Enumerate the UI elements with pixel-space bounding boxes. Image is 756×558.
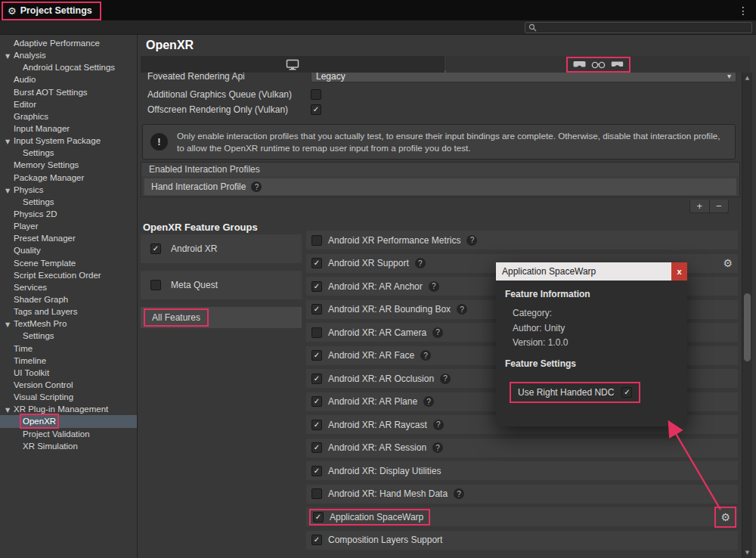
help-icon[interactable]: ? <box>420 350 431 361</box>
expander-icon[interactable]: ▼ <box>3 185 14 197</box>
help-icon[interactable]: ? <box>466 235 477 246</box>
sidebar-item-quality[interactable]: Quality <box>0 244 137 256</box>
checkbox[interactable]: ✓ <box>313 512 324 522</box>
sidebar-item-label: Preset Manager <box>14 234 76 243</box>
sidebar-item-player[interactable]: Player <box>0 220 137 232</box>
popup-close-button[interactable]: x <box>671 262 687 281</box>
xr-headset-icons <box>566 57 631 73</box>
sidebar-item-scene-template[interactable]: Scene Template <box>0 257 137 269</box>
sidebar-item-timeline[interactable]: Timeline <box>0 355 137 367</box>
sidebar-item-project-validation[interactable]: Project Validation <box>0 428 137 440</box>
sidebar-item-label: XR Simulation <box>23 442 78 451</box>
checkbox[interactable]: ✓ <box>311 374 322 384</box>
search-box[interactable] <box>525 22 752 33</box>
vertical-scrollbar[interactable]: ▲ ▼ <box>742 73 752 558</box>
checkbox[interactable]: ✓ <box>311 535 322 545</box>
checkbox[interactable] <box>311 327 322 338</box>
expander-icon[interactable]: ▼ <box>3 405 14 417</box>
sidebar-item-input-system-package[interactable]: ▼Input System Package <box>0 135 137 147</box>
tab-xr-devices-platform[interactable] <box>446 56 750 73</box>
checkbox[interactable] <box>150 280 161 290</box>
sidebar-item-openxr[interactable]: OpenXR <box>0 415 137 427</box>
help-icon[interactable]: ? <box>415 258 426 268</box>
gear-icon[interactable]: ⚙ <box>723 258 733 268</box>
sidebar-item-shader-graph[interactable]: Shader Graph <box>0 293 137 305</box>
help-icon[interactable]: ? <box>423 396 434 407</box>
help-icon[interactable]: ? <box>432 442 443 453</box>
sidebar-item-tags-and-layers[interactable]: Tags and Layers <box>0 305 137 318</box>
feature-groups-list: ✓Android XRMeta QuestAll Features <box>141 234 302 336</box>
checkbox[interactable]: ✓ <box>311 304 322 315</box>
checkbox[interactable]: ✓ <box>311 258 322 268</box>
sidebar-item-physics[interactable]: ▼Physics <box>0 184 137 196</box>
sidebar-item-label: Input Manager <box>14 124 70 133</box>
sidebar-item-input-manager[interactable]: Input Manager <box>0 122 137 135</box>
checkbox[interactable]: ✓ <box>311 281 322 292</box>
gear-icon[interactable]: ⚙ <box>714 507 736 528</box>
help-icon[interactable]: ? <box>433 420 444 430</box>
window-title-label: Project Settings <box>20 5 92 16</box>
expander-icon[interactable]: ▼ <box>3 136 14 148</box>
scroll-down-icon[interactable]: ▼ <box>742 550 752 556</box>
popup-header[interactable]: Application SpaceWarp x <box>496 262 687 281</box>
help-icon[interactable]: ? <box>440 374 451 384</box>
sidebar-item-label: Project Validation <box>23 429 90 439</box>
feature-label: Android XR: AR Bounding Box <box>328 304 451 315</box>
sidebar-item-xr-simulation[interactable]: XR Simulation <box>0 440 137 452</box>
checkbox[interactable] <box>311 488 322 499</box>
kebab-menu-icon[interactable]: ⋮ <box>738 5 748 17</box>
checkbox[interactable]: ✓ <box>311 350 322 361</box>
checkbox[interactable]: ✓ <box>150 243 161 254</box>
sidebar-item-settings[interactable]: Settings <box>0 196 137 208</box>
feature-settings-heading: Feature Settings <box>505 358 678 369</box>
sidebar-item-editor[interactable]: Editor <box>0 98 137 110</box>
sidebar-item-graphics[interactable]: Graphics <box>0 110 137 122</box>
search-input[interactable] <box>539 23 748 33</box>
sidebar-item-audio[interactable]: Audio <box>0 73 137 85</box>
expander-icon[interactable]: ▼ <box>3 319 14 331</box>
vr-headset-icon <box>573 60 586 69</box>
sidebar-item-adaptive-performance[interactable]: Adaptive Performance <box>0 37 137 49</box>
checkbox[interactable]: ✓ <box>311 442 322 453</box>
sidebar-item-xr-plug-in-management[interactable]: ▼XR Plug-in Management <box>0 403 137 415</box>
sidebar-item-version-control[interactable]: Version Control <box>0 379 137 391</box>
feature-group-android-xr[interactable]: ✓Android XR <box>141 234 302 263</box>
sidebar-item-label: Quality <box>14 246 41 255</box>
scrollbar-thumb[interactable] <box>744 293 751 361</box>
help-icon[interactable]: ? <box>454 488 464 499</box>
sidebar-item-settings[interactable]: Settings <box>0 147 137 159</box>
help-icon[interactable]: ? <box>457 304 467 315</box>
sidebar-item-label: Settings <box>23 331 54 340</box>
ndc-label: Use Right Handed NDC <box>518 387 614 398</box>
sidebar-item-memory-settings[interactable]: Memory Settings <box>0 159 137 171</box>
expander-icon[interactable]: ▼ <box>3 51 14 63</box>
sidebar-item-script-execution-order[interactable]: Script Execution Order <box>0 269 137 281</box>
checkbox[interactable] <box>311 235 322 246</box>
help-icon[interactable]: ? <box>429 281 439 292</box>
checkbox[interactable]: ✓ <box>311 420 322 430</box>
checkbox[interactable]: ✓ <box>311 466 322 476</box>
sidebar-item-burst-aot-settings[interactable]: Burst AOT Settings <box>0 86 137 98</box>
use-right-handed-ndc-checkbox[interactable]: ✓ <box>621 387 632 398</box>
feature-row-android-xr-display-utilities: ✓Android XR: Display Utilities <box>306 461 738 480</box>
sidebar-item-physics-2d[interactable]: Physics 2D <box>0 208 137 220</box>
sidebar-item-ui-toolkit[interactable]: UI Toolkit <box>0 367 137 379</box>
sidebar-item-package-manager[interactable]: Package Manager <box>0 172 137 184</box>
sidebar-item-label: Visual Scripting <box>14 392 73 401</box>
sidebar-item-services[interactable]: Services <box>0 281 137 293</box>
help-icon[interactable]: ? <box>432 327 443 338</box>
sidebar-item-visual-scripting[interactable]: Visual Scripting <box>0 391 137 403</box>
feature-group-all-features[interactable]: All Features <box>141 307 302 328</box>
sidebar-item-time[interactable]: Time <box>0 343 137 355</box>
sidebar-item-preset-manager[interactable]: Preset Manager <box>0 232 137 244</box>
feature-label: Android XR: AR Raycast <box>328 420 427 430</box>
feature-group-meta-quest[interactable]: Meta Quest <box>141 271 302 299</box>
scroll-up-icon[interactable]: ▲ <box>742 75 752 81</box>
sidebar-item-analysis[interactable]: ▼Analysis <box>0 49 137 61</box>
sidebar-item-android-logcat-settings[interactable]: Android Logcat Settings <box>0 61 137 73</box>
sidebar-item-textmesh-pro[interactable]: ▼TextMesh Pro <box>0 318 137 330</box>
tab-desktop-platform[interactable] <box>141 56 445 73</box>
sidebar-item-settings[interactable]: Settings <box>0 330 137 342</box>
checkbox[interactable]: ✓ <box>311 396 322 407</box>
help-icon[interactable]: ? <box>251 181 262 192</box>
